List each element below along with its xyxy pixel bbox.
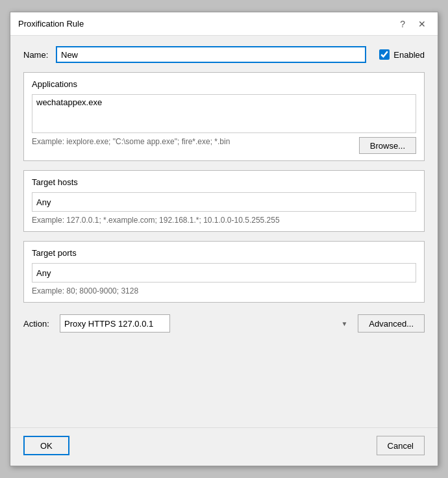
action-select-wrapper: Proxy HTTPS 127.0.0.1DirectBlock bbox=[60, 314, 351, 333]
target-hosts-section: Target hosts Example: 127.0.0.1; *.examp… bbox=[23, 170, 425, 232]
dialog-footer: OK Cancel bbox=[10, 427, 438, 466]
action-select[interactable]: Proxy HTTPS 127.0.0.1DirectBlock bbox=[60, 314, 170, 333]
target-ports-input[interactable] bbox=[32, 263, 416, 283]
applications-section: Applications Example: iexplore.exe; "C:\… bbox=[23, 72, 425, 161]
browse-button[interactable]: Browse... bbox=[359, 137, 416, 154]
title-bar: Proxification Rule ? ✕ bbox=[10, 12, 438, 36]
applications-textarea[interactable] bbox=[32, 94, 416, 133]
enabled-label: Enabled bbox=[393, 50, 425, 60]
applications-section-title: Applications bbox=[32, 79, 416, 89]
target-ports-title: Target ports bbox=[32, 248, 416, 258]
target-ports-container: Example: 80; 8000-9000; 3128 bbox=[32, 263, 416, 296]
enabled-checkbox[interactable] bbox=[379, 49, 390, 60]
target-ports-section: Target ports Example: 80; 8000-9000; 312… bbox=[23, 241, 425, 303]
proxification-rule-dialog: Proxification Rule ? ✕ Name: Enabled App… bbox=[10, 12, 438, 466]
cancel-button[interactable]: Cancel bbox=[377, 436, 425, 455]
target-ports-example: Example: 80; 8000-9000; 3128 bbox=[32, 286, 416, 296]
target-hosts-example: Example: 127.0.0.1; *.example.com; 192.1… bbox=[32, 216, 416, 225]
help-button[interactable]: ? bbox=[396, 18, 409, 30]
advanced-button[interactable]: Advanced... bbox=[358, 314, 425, 333]
title-bar-controls: ? ✕ bbox=[396, 18, 430, 30]
browse-row: Example: iexplore.exe; "C:\some app.exe"… bbox=[32, 137, 416, 154]
target-hosts-container: Example: 127.0.0.1; *.example.com; 192.1… bbox=[32, 192, 416, 225]
action-label: Action: bbox=[23, 319, 53, 329]
applications-example: Example: iexplore.exe; "C:\some app.exe"… bbox=[32, 137, 230, 146]
close-button[interactable]: ✕ bbox=[414, 18, 430, 30]
applications-container: Example: iexplore.exe; "C:\some app.exe"… bbox=[32, 94, 416, 154]
target-hosts-title: Target hosts bbox=[32, 177, 416, 187]
name-label: Name: bbox=[23, 50, 49, 60]
target-hosts-input[interactable] bbox=[32, 192, 416, 212]
action-row: Action: Proxy HTTPS 127.0.0.1DirectBlock… bbox=[23, 314, 425, 333]
enabled-row: Enabled bbox=[379, 49, 425, 60]
ok-button[interactable]: OK bbox=[23, 436, 69, 455]
dialog-body: Name: Enabled Applications Example: iexp… bbox=[10, 36, 438, 427]
name-row: Name: Enabled bbox=[23, 46, 425, 63]
dialog-title: Proxification Rule bbox=[18, 19, 84, 29]
name-input[interactable] bbox=[56, 46, 366, 63]
